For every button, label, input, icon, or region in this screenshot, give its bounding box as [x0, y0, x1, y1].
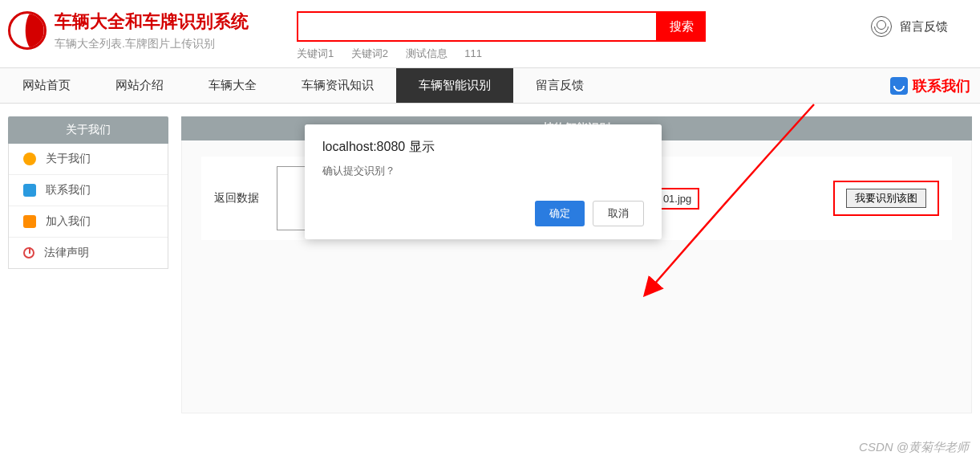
- nav-tab-home[interactable]: 网站首页: [0, 68, 93, 103]
- contact-us-link[interactable]: 联系我们: [881, 68, 980, 103]
- sidebar-item-label: 法律声明: [44, 246, 89, 260]
- sidebar-item-about[interactable]: 关于我们: [9, 144, 168, 175]
- sidebar-title: 关于我们: [8, 116, 168, 144]
- sidebar-item-legal[interactable]: 法律声明: [9, 238, 168, 268]
- app-title: 车辆大全和车牌识别系统: [55, 10, 249, 34]
- support-icon: [871, 16, 892, 37]
- dialog-title: localhost:8080 显示: [322, 139, 644, 156]
- phone-icon: [890, 77, 908, 95]
- sidebar-item-label: 加入我们: [46, 214, 91, 229]
- search-input[interactable]: [297, 11, 658, 42]
- document-icon: [23, 184, 36, 197]
- keyword-link[interactable]: 关键词1: [297, 47, 334, 59]
- keyword-row: 关键词1 关键词2 测试信息 111: [297, 47, 706, 61]
- search-button[interactable]: 搜索: [658, 11, 706, 42]
- recognize-highlight: 我要识别该图: [833, 181, 939, 216]
- sidebar-item-label: 联系我们: [46, 183, 91, 197]
- app-subtitle: 车辆大全列表.车牌图片上传识别: [55, 37, 249, 51]
- dialog-ok-button[interactable]: 确定: [535, 201, 585, 226]
- recognize-button[interactable]: 我要识别该图: [846, 189, 926, 208]
- nav-tab-about[interactable]: 网站介绍: [93, 68, 186, 103]
- contact-us-label: 联系我们: [913, 76, 970, 96]
- selected-file-name: 01.jpg: [655, 188, 699, 210]
- lock-icon: [23, 215, 36, 228]
- nav-tab-recognition[interactable]: 车辆智能识别: [396, 68, 513, 103]
- info-icon: [23, 153, 36, 165]
- nav-tab-feedback[interactable]: 留言反馈: [513, 68, 606, 103]
- sidebar-item-join[interactable]: 加入我们: [9, 206, 168, 238]
- feedback-label: 留言反馈: [900, 19, 948, 35]
- dialog-cancel-button[interactable]: 取消: [593, 201, 644, 226]
- sidebar-item-label: 关于我们: [46, 152, 91, 166]
- dialog-message: 确认提交识别？: [322, 164, 644, 178]
- return-data-label: 返回数据: [214, 191, 262, 206]
- keyword-link[interactable]: 111: [464, 47, 482, 59]
- feedback-link[interactable]: 留言反馈: [871, 16, 972, 37]
- nav-tabs: 网站首页 网站介绍 车辆大全 车辆资讯知识 车辆智能识别 留言反馈: [0, 68, 881, 103]
- nav-tab-news[interactable]: 车辆资讯知识: [279, 68, 396, 103]
- keyword-link[interactable]: 关键词2: [351, 47, 388, 59]
- confirm-dialog: localhost:8080 显示 确认提交识别？ 确定 取消: [305, 124, 662, 239]
- keyword-link[interactable]: 测试信息: [406, 47, 447, 59]
- power-icon: [23, 247, 34, 258]
- logo-icon: [8, 11, 47, 50]
- nav-tab-vehicles[interactable]: 车辆大全: [186, 68, 279, 103]
- sidebar-item-contact[interactable]: 联系我们: [9, 175, 168, 206]
